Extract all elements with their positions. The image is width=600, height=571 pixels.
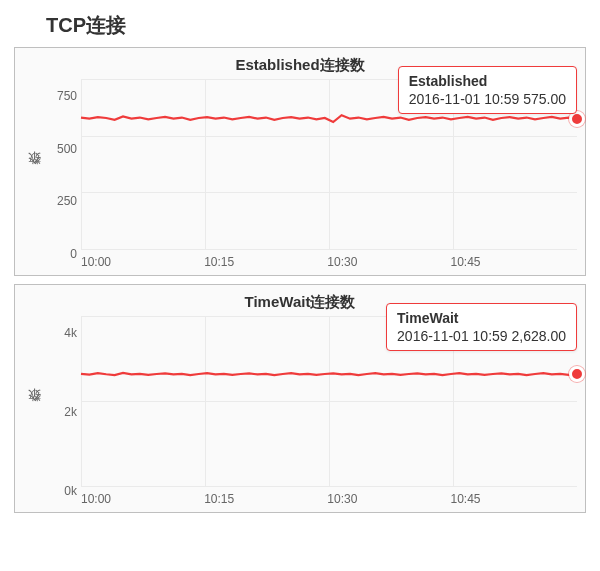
y-tick: 2k — [64, 406, 77, 418]
tooltip-value-line: 2016-11-01 10:59 2,628.00 — [397, 328, 566, 344]
x-tick: 10:45 — [451, 492, 574, 506]
tooltip-timewait: TimeWait 2016-11-01 10:59 2,628.00 — [386, 303, 577, 351]
x-axis-ticks: 10:00 10:15 10:30 10:45 . — [81, 249, 577, 271]
y-tick: 0k — [64, 485, 77, 497]
chart-panel-established: Established连接数 个数 750 500 250 0 — [14, 47, 586, 276]
x-tick: 10:30 — [327, 255, 450, 269]
y-tick: 250 — [57, 195, 77, 207]
y-axis-ticks: 4k 2k 0k — [41, 327, 81, 497]
tooltip-series-name: TimeWait — [397, 310, 566, 326]
x-tick: 10:45 — [451, 255, 574, 269]
x-tick: 10:15 — [204, 255, 327, 269]
y-tick: 0 — [70, 248, 77, 260]
page-title: TCP连接 — [46, 12, 586, 39]
chart-panel-timewait: TimeWait连接数 个数 4k 2k 0k — [14, 284, 586, 513]
x-tick: 10:00 — [81, 255, 204, 269]
y-axis-ticks: 750 500 250 0 — [41, 90, 81, 260]
hover-point-icon — [569, 366, 585, 382]
x-axis-ticks: 10:00 10:15 10:30 10:45 . — [81, 486, 577, 508]
page-root: TCP连接 Established连接数 个数 750 500 250 0 — [0, 0, 600, 513]
x-tick: 10:15 — [204, 492, 327, 506]
y-tick: 500 — [57, 143, 77, 155]
tooltip-established: Established 2016-11-01 10:59 575.00 — [398, 66, 577, 114]
x-tick: 10:00 — [81, 492, 204, 506]
tooltip-series-name: Established — [409, 73, 566, 89]
y-tick: 750 — [57, 90, 77, 102]
y-tick: 4k — [64, 327, 77, 339]
tooltip-value-line: 2016-11-01 10:59 575.00 — [409, 91, 566, 107]
x-tick: 10:30 — [327, 492, 450, 506]
